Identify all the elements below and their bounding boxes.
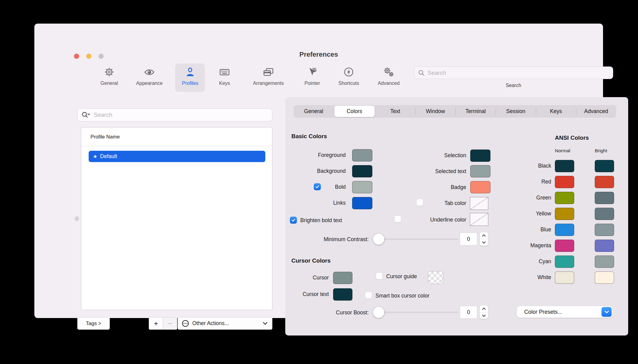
color-presets-dropdown[interactable]: Color Presets...: [517, 306, 613, 318]
profile-row-default[interactable]: ★ Default: [89, 151, 265, 162]
toolbar-item-profiles[interactable]: Profiles: [175, 64, 205, 92]
keyboard-icon: [212, 64, 237, 80]
ansi-green-bright-well[interactable]: [595, 192, 614, 204]
toolbar-search-field[interactable]: Search: [414, 66, 613, 79]
ansi-black-normal-well[interactable]: [555, 160, 574, 172]
cursor-boost-value-field[interactable]: 0: [460, 306, 477, 319]
cursor-boost-label: Cursor Boost:: [307, 309, 369, 316]
foreground-color-well[interactable]: [352, 149, 372, 161]
cursor-label: Cursor: [267, 275, 329, 281]
tab-keys[interactable]: Keys: [536, 105, 576, 118]
cursor-guide-checkbox[interactable]: [376, 272, 383, 279]
minimum-contrast-slider-track[interactable]: [379, 238, 458, 240]
tab-colors[interactable]: Colors: [334, 106, 375, 117]
cursor-colors-heading: Cursor Colors: [291, 257, 331, 264]
ansi-white-normal-well[interactable]: [555, 271, 574, 284]
selection-label: Selection: [405, 152, 466, 159]
cursor-text-label: Cursor text: [267, 291, 329, 298]
minimum-contrast-label: Minimum Contrast:: [307, 236, 369, 243]
sidebar-splitter-handle[interactable]: [75, 216, 79, 221]
profile-name: Default: [100, 153, 117, 160]
underline-color-checkbox[interactable]: [394, 215, 401, 222]
minimum-contrast-stepper[interactable]: [480, 232, 488, 246]
smart-box-checkbox[interactable]: [365, 292, 372, 299]
search-menu-icon: [82, 111, 91, 119]
toolbar-label-search: Search: [414, 83, 613, 88]
toolbar-item-appearance[interactable]: Appearance: [129, 64, 169, 92]
cursor-text-color-well[interactable]: [333, 288, 352, 301]
cursor-boost-stepper[interactable]: [480, 305, 488, 319]
cursor-guide-color-well[interactable]: [428, 271, 443, 284]
badge-color-well[interactable]: [470, 181, 490, 193]
ansi-magenta-label: Magenta: [490, 242, 551, 249]
window-title: Preferences: [34, 51, 603, 59]
foreground-label: Foreground: [284, 152, 346, 158]
toolbar-item-keys[interactable]: Keys: [212, 64, 237, 92]
ansi-yellow-normal-well[interactable]: [555, 208, 574, 220]
profile-list-header: Profile Name: [81, 127, 272, 146]
ansi-red-label: Red: [490, 179, 551, 185]
ansi-white-bright-well[interactable]: [595, 271, 614, 284]
tab-advanced[interactable]: Advanced: [576, 105, 616, 118]
toolbar-label-arrangements: Arrangements: [245, 81, 291, 86]
add-profile-button[interactable]: +: [149, 317, 163, 330]
ansi-colors-heading: ANSI Colors: [555, 135, 589, 141]
checkmark-icon: [291, 218, 296, 222]
person-icon: [175, 64, 205, 80]
tags-button[interactable]: Tags >: [77, 317, 110, 330]
background-color-well[interactable]: [352, 165, 372, 177]
color-presets-label: Color Presets...: [524, 309, 562, 315]
cursor-guide-label: Cursor guide: [386, 273, 417, 280]
ansi-green-label: Green: [490, 195, 551, 201]
stepper-up-icon[interactable]: [480, 305, 488, 313]
tab-color-well[interactable]: [470, 197, 488, 210]
cursor-boost-slider-track[interactable]: [379, 312, 458, 313]
underline-color-well[interactable]: [470, 213, 488, 226]
plus-icon: +: [154, 319, 158, 328]
toolbar-item-pointer[interactable]: Pointer: [297, 64, 328, 92]
bold-color-well[interactable]: [352, 181, 372, 193]
ansi-red-bright-well[interactable]: [595, 176, 614, 188]
pointer-icon: [297, 64, 328, 80]
remove-profile-button[interactable]: −: [163, 317, 177, 330]
stepper-up-icon[interactable]: [480, 232, 488, 239]
toolbar-item-advanced[interactable]: Advanced: [372, 64, 405, 92]
ansi-green-normal-well[interactable]: [555, 192, 574, 204]
stepper-down-icon[interactable]: [480, 313, 488, 319]
tab-general[interactable]: General: [294, 105, 334, 118]
ansi-magenta-normal-well[interactable]: [555, 240, 574, 252]
ansi-cyan-label: Cyan: [490, 258, 551, 265]
toolbar-label-appearance: Appearance: [129, 81, 169, 86]
ansi-normal-header: Normal: [555, 148, 570, 154]
profile-search-placeholder: Search: [94, 112, 112, 118]
ansi-cyan-normal-well[interactable]: [555, 256, 574, 268]
ansi-red-normal-well[interactable]: [555, 176, 574, 188]
selection-color-well[interactable]: [470, 150, 490, 162]
ansi-yellow-bright-well[interactable]: [595, 208, 614, 220]
links-color-well[interactable]: [352, 197, 372, 209]
ansi-cyan-bright-well[interactable]: [595, 256, 614, 268]
cursor-boost-slider-knob[interactable]: [373, 307, 384, 318]
ansi-blue-normal-well[interactable]: [555, 224, 574, 236]
stepper-down-icon[interactable]: [480, 239, 488, 246]
tab-session[interactable]: Session: [496, 105, 536, 118]
tab-window[interactable]: Window: [415, 105, 455, 118]
smart-box-label: Smart box cursor color: [375, 293, 429, 299]
tab-text[interactable]: Text: [375, 105, 415, 118]
profile-search-field[interactable]: Search: [77, 108, 272, 121]
ansi-black-bright-well[interactable]: [595, 160, 614, 172]
toolbar-item-shortcuts[interactable]: Shortcuts: [332, 64, 366, 92]
other-actions-dropdown[interactable]: Other Actions...: [178, 317, 272, 330]
selected-text-color-well[interactable]: [470, 165, 490, 177]
tab-terminal[interactable]: Terminal: [455, 105, 496, 118]
ansi-magenta-bright-well[interactable]: [595, 240, 614, 252]
ansi-blue-bright-well[interactable]: [595, 224, 614, 236]
minimum-contrast-slider-knob[interactable]: [373, 233, 384, 245]
toolbar-item-arrangements[interactable]: Arrangements: [245, 64, 291, 92]
ansi-black-label: Black: [490, 163, 551, 169]
minimum-contrast-value-field[interactable]: 0: [460, 233, 477, 245]
toolbar-item-general[interactable]: General: [94, 64, 125, 92]
cursor-color-well[interactable]: [333, 272, 352, 284]
brighten-bold-checkbox[interactable]: [290, 217, 297, 224]
badge-label: Badge: [405, 184, 466, 191]
